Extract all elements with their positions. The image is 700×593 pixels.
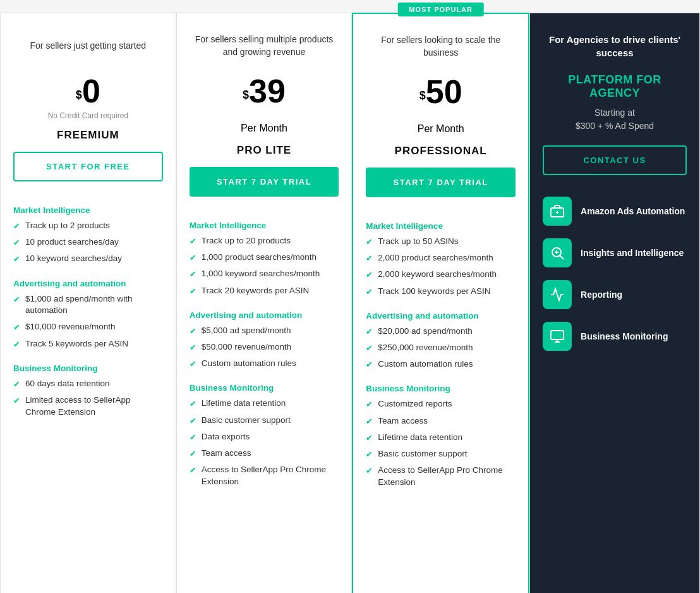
feature-item: ✔ 1,000 keyword searches/month bbox=[190, 268, 339, 280]
cta-button[interactable]: START FOR FREE bbox=[13, 152, 163, 181]
per-month-label: Per Month bbox=[190, 123, 339, 134]
feature-text: $1,000 ad spend/month with automation bbox=[25, 293, 163, 317]
plan-professional: MOST POPULARFor sellers looking to scale… bbox=[352, 13, 529, 593]
feature-text: Custom automation rules bbox=[378, 358, 473, 370]
check-icon: ✔ bbox=[190, 286, 196, 297]
feature-text: Basic customer support bbox=[202, 415, 291, 427]
agency-feature-label: Insights and Intelligence bbox=[581, 247, 684, 259]
check-icon: ✔ bbox=[13, 237, 20, 248]
feature-text: Limited access to SellerApp Chrome Exten… bbox=[25, 394, 163, 419]
currency-symbol: $ bbox=[243, 89, 249, 101]
feature-text: $20,000 ad spend/month bbox=[378, 326, 472, 338]
check-icon: ✔ bbox=[366, 269, 373, 281]
feature-item: ✔ 2,000 keyword searches/month bbox=[366, 269, 516, 281]
feature-item: ✔ $50,000 revenue/month bbox=[190, 341, 339, 353]
feature-text: Track up to 50 ASINs bbox=[378, 236, 458, 248]
feature-item: ✔ Basic customer support bbox=[366, 448, 516, 460]
feature-text: Custom automation rules bbox=[202, 358, 296, 370]
check-icon: ✔ bbox=[366, 253, 373, 264]
check-icon: ✔ bbox=[190, 448, 196, 460]
feature-text: Access to SellerApp Pro Chrome Extension bbox=[202, 464, 339, 488]
feature-item: ✔ $10,000 revenue/month bbox=[13, 321, 163, 333]
price-area: $0 bbox=[13, 75, 163, 107]
feature-text: Lifetime data retention bbox=[378, 432, 462, 444]
check-icon: ✔ bbox=[190, 398, 196, 410]
feature-text: Track 5 keywords per ASIN bbox=[25, 338, 128, 350]
agency-icon-business bbox=[543, 322, 572, 351]
check-icon: ✔ bbox=[13, 221, 20, 232]
feature-text: Track up to 20 products bbox=[202, 235, 291, 247]
price-amount: 39 bbox=[249, 73, 286, 109]
check-icon: ✔ bbox=[366, 343, 373, 354]
feature-item: ✔ 2,000 product searches/month bbox=[366, 252, 516, 264]
feature-item: ✔ $20,000 ad spend/month bbox=[366, 326, 516, 338]
feature-text: Customized reports bbox=[378, 398, 452, 410]
no-credit-label: No Credit Card required bbox=[13, 111, 163, 120]
pricing-table: For sellers just getting started $0 No C… bbox=[0, 13, 700, 593]
feature-item: ✔ $1,000 ad spend/month with automation bbox=[13, 293, 163, 317]
price-area: $39 bbox=[190, 75, 339, 107]
feature-item: ✔ 10 product searches/day bbox=[13, 236, 163, 248]
feature-item: ✔ 10 keyword searches/day bbox=[13, 253, 163, 265]
plan-pro-lite: For sellers selling multiple products an… bbox=[176, 13, 353, 593]
section-label: Advertising and automation bbox=[13, 279, 163, 288]
cta-button[interactable]: START 7 DAY TRIAL bbox=[190, 167, 339, 197]
check-icon: ✔ bbox=[366, 326, 373, 338]
check-icon: ✔ bbox=[366, 465, 373, 477]
plan-tagline: For sellers selling multiple products an… bbox=[190, 28, 339, 63]
agency-features: Amazon Ads Automation Insights and Intel… bbox=[543, 197, 687, 364]
feature-item: ✔ Team access bbox=[366, 415, 516, 427]
feature-item: ✔ Custom automation rules bbox=[366, 358, 516, 370]
check-icon: ✔ bbox=[366, 286, 373, 298]
feature-item: ✔ Track 5 keywords per ASIN bbox=[13, 338, 163, 350]
agency-cta-button[interactable]: CONTACT US bbox=[543, 145, 687, 175]
check-icon: ✔ bbox=[366, 416, 373, 427]
agency-feature-row: Business Monitoring bbox=[543, 322, 687, 351]
agency-feature-label: Amazon Ads Automation bbox=[581, 205, 685, 217]
currency-symbol: $ bbox=[76, 89, 82, 101]
check-icon: ✔ bbox=[190, 432, 196, 443]
feature-text: Track 100 keywords per ASIN bbox=[378, 286, 490, 298]
feature-item: ✔ Access to SellerApp Pro Chrome Extensi… bbox=[190, 464, 339, 488]
feature-item: ✔ Track 20 keywords per ASIN bbox=[190, 285, 339, 297]
agency-feature-row: Insights and Intelligence bbox=[543, 238, 687, 267]
section-label: Business Monitoring bbox=[190, 383, 339, 393]
feature-text: Team access bbox=[378, 415, 428, 427]
price-area: $50 bbox=[366, 75, 516, 108]
feature-item: ✔ Access to SellerApp Pro Chrome Extensi… bbox=[366, 465, 516, 489]
feature-text: Data exports bbox=[202, 431, 250, 443]
check-icon: ✔ bbox=[366, 449, 373, 460]
section-label: Market Intelligence bbox=[13, 205, 163, 215]
feature-item: ✔ Lifetime data retention bbox=[366, 432, 516, 444]
feature-item: ✔ 1,000 product searches/month bbox=[190, 252, 339, 264]
agency-feature-label: Reporting bbox=[581, 289, 622, 300]
feature-text: Access to SellerApp Pro Chrome Extension bbox=[378, 465, 516, 489]
feature-item: ✔ Team access bbox=[190, 448, 339, 460]
check-icon: ✔ bbox=[190, 342, 196, 353]
plan-freemium: For sellers just getting started $0 No C… bbox=[0, 13, 176, 593]
feature-item: ✔ Track 100 keywords per ASIN bbox=[366, 286, 516, 298]
check-icon: ✔ bbox=[190, 326, 196, 337]
feature-item: ✔ Track up to 20 products bbox=[190, 235, 339, 247]
check-icon: ✔ bbox=[13, 339, 20, 350]
plan-name: PROFESSIONAL bbox=[366, 145, 516, 157]
agency-icon-insights bbox=[543, 238, 572, 267]
plan-name: FREEMIUM bbox=[13, 129, 163, 142]
feature-text: 1,000 keyword searches/month bbox=[202, 268, 320, 280]
plan-tagline: For sellers looking to scale the busines… bbox=[366, 29, 516, 64]
agency-icon-reporting bbox=[543, 280, 572, 309]
check-icon: ✔ bbox=[13, 395, 20, 407]
feature-text: 2,000 product searches/month bbox=[378, 252, 493, 264]
cta-button[interactable]: START 7 DAY TRIAL bbox=[366, 168, 516, 197]
plan-name: PRO LITE bbox=[190, 144, 339, 157]
agency-tagline: For Agencies to drive clients' success bbox=[543, 28, 687, 63]
feature-text: $250,000 revenue/month bbox=[378, 342, 473, 354]
check-icon: ✔ bbox=[190, 465, 196, 476]
agency-feature-label: Business Monitoring bbox=[581, 331, 668, 342]
feature-item: ✔ Data exports bbox=[190, 431, 339, 443]
feature-text: 60 days data retention bbox=[25, 378, 110, 390]
feature-text: 10 keyword searches/day bbox=[25, 253, 122, 265]
check-icon: ✔ bbox=[13, 322, 20, 333]
feature-text: 10 product searches/day bbox=[25, 236, 119, 248]
check-icon: ✔ bbox=[366, 359, 373, 370]
